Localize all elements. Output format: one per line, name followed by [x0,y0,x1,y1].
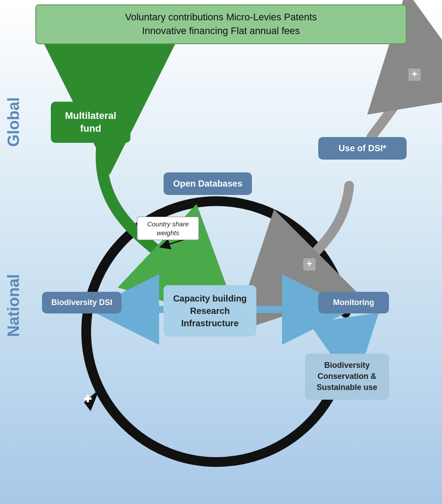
global-label: Global [4,97,23,147]
funding-box-text: Voluntary contributions Micro-Levies Pat… [45,11,397,38]
svg-marker-1 [84,389,99,411]
use-of-dsi-box: Use of DSI* [318,137,407,160]
national-label: National [4,274,23,337]
svg-line-12 [345,324,349,353]
funding-box: Voluntary contributions Micro-Levies Pat… [35,4,407,44]
diagram-svg: ✚ ✚ + + [0,0,442,504]
svg-rect-7 [303,258,316,271]
svg-text:✚: ✚ [411,69,419,80]
diagram: ✚ ✚ + + Voluntary contributions [0,0,442,504]
svg-text:+: + [307,258,312,269]
biodiversity-dsi-box: Biodiversity DSI [42,292,122,313]
capacity-building-box: Capacity building Research Infrastructur… [164,285,256,336]
capacity-building-text: Capacity building Research Infrastructur… [173,294,247,328]
svg-rect-5 [408,69,421,81]
bio-cons-text: Biodiversity Conservation & Sustainable … [316,361,377,392]
multilateral-fund-box: Multilateral fund [51,102,130,143]
svg-text:+: + [412,69,418,80]
monitoring-box: Monitoring [318,292,389,313]
svg-text:✚: ✚ [84,393,92,405]
country-share-weights-callout: Country share weights [137,217,199,240]
open-databases-box: Open Databases [164,172,252,195]
biodiversity-conservation-box: Biodiversity Conservation & Sustainable … [305,354,389,400]
